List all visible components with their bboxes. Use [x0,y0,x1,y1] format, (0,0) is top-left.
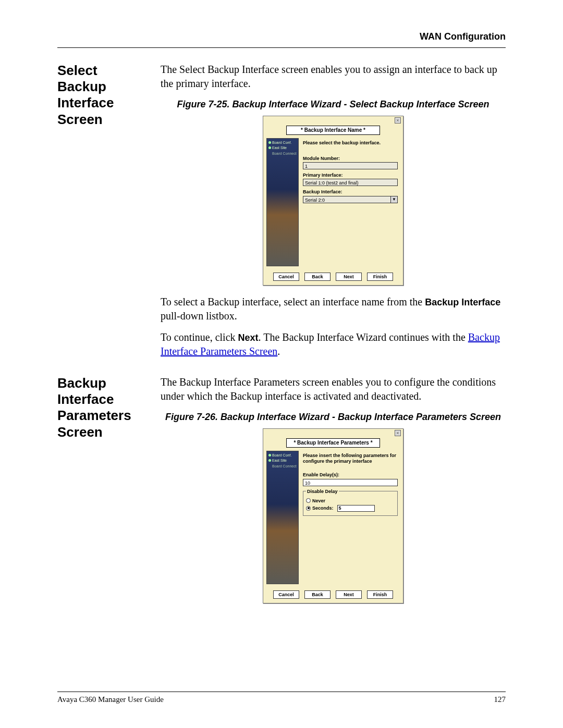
para-continue-instruction: To continue, click Next. The Backup Inte… [161,330,506,359]
disable-delay-legend: Disable Delay [306,488,339,495]
radio-icon[interactable] [306,506,311,511]
wizard1-side-image: Board Conf. East Site Board Connect [266,138,299,266]
text-bold: Next [238,332,259,343]
side-item: Board Connect [272,152,297,156]
seconds-field[interactable]: 5 [337,505,375,512]
disable-delay-group: Disable Delay Never Seconds: 5 [303,488,398,516]
never-label: Never [312,498,325,504]
footer-left: Avaya C360 Manager User Guide [57,695,164,704]
wizard2-titlebar: × [263,429,403,437]
cancel-button[interactable]: Cancel [273,273,299,281]
section-backup-interface-parameters: Backup Interface Parameters Screen The B… [57,375,506,613]
content-2: The Backup Interface Parameters screen e… [161,375,506,613]
wizard2-step-title: * Backup Interface Parameters * [286,438,380,448]
side-item: Board Connect [272,464,297,468]
figure-caption-1: Figure 7-25. Backup Interface Wizard - S… [161,98,506,110]
content-1: The Select Backup Interface screen enabl… [161,63,506,366]
intro-1: The Select Backup Interface screen enabl… [161,63,506,91]
close-icon[interactable]: × [395,117,401,124]
close-icon[interactable]: × [395,430,401,436]
text: To continue, click [161,331,238,343]
wizard2-buttons: Cancel Back Next Finish [263,587,403,603]
side-item: East Site [272,459,287,463]
chevron-down-icon[interactable]: ▼ [390,196,398,203]
wizard-select-backup-interface: × * Backup Interface Name * Board Conf. … [263,116,403,286]
next-button[interactable]: Next [336,590,362,599]
cancel-button[interactable]: Cancel [273,590,299,599]
primary-interface-label: Primary Interface: [303,172,398,178]
finish-button[interactable]: Finish [367,273,393,281]
side-heading-1: Select Backup Interface Screen [57,63,146,366]
footer-page-number: 127 [494,695,506,704]
enable-delay-field[interactable]: 10 [303,479,398,486]
side-heading-2: Backup Interface Parameters Screen [57,375,146,613]
header-rule [57,47,506,48]
intro-2: The Backup Interface Parameters screen e… [161,375,506,403]
backup-interface-select[interactable]: Serial 2:0 ▼ [303,196,398,203]
wizard2-side-image: Board Conf. East Site Board Connect [266,451,299,584]
radio-icon[interactable] [306,498,311,503]
finish-button[interactable]: Finish [367,590,393,599]
text-bold: Backup Interface [425,297,500,307]
module-number-field: 1 [303,162,398,169]
wizard-backup-interface-parameters: × * Backup Interface Parameters * Board … [263,428,403,603]
side-item: Board Conf. [272,141,291,145]
wizard2-prompt: Please insert the following parameters f… [303,453,398,465]
footer-rule [57,692,506,692]
module-number-label: Module Number: [303,155,398,162]
figure-caption-2: Figure 7-26. Backup Interface Wizard - B… [161,411,506,423]
wizard2-fields: Please insert the following parameters f… [299,451,400,584]
back-button[interactable]: Back [304,273,331,281]
page-header: WAN Configuration [57,31,506,42]
side-item: East Site [272,146,287,150]
seconds-option[interactable]: Seconds: 5 [306,505,395,512]
wizard1-buttons: Cancel Back Next Finish [263,269,403,285]
text: pull-down listbox. [161,310,237,322]
section-select-backup-interface: Select Backup Interface Screen The Selec… [57,63,506,366]
text: . The Backup Interface Wizard continues … [259,331,468,343]
primary-interface-field: Serial 1:0 (test2 and final) [303,179,398,186]
wizard1-fields: Please select the backup interface. Modu… [299,138,400,266]
side-item: Board Conf. [272,453,291,458]
next-button[interactable]: Next [336,273,362,281]
wizard1-titlebar: × [263,116,403,125]
backup-interface-label: Backup Interface: [303,189,398,195]
page-footer: Avaya C360 Manager User Guide 127 [57,692,506,704]
wizard1-prompt: Please select the backup interface. [303,140,398,146]
wizard1-step-title: * Backup Interface Name * [286,126,380,135]
text: To select a Backup interface, select an … [161,296,425,307]
enable-delay-label: Enable Delay(s): [303,472,398,478]
seconds-label: Seconds: [312,505,334,511]
never-option[interactable]: Never [306,498,395,504]
text: . [277,346,280,357]
backup-interface-value: Serial 2:0 [303,196,390,203]
back-button[interactable]: Back [304,590,331,599]
para-select-instruction: To select a Backup interface, select an … [161,295,506,323]
